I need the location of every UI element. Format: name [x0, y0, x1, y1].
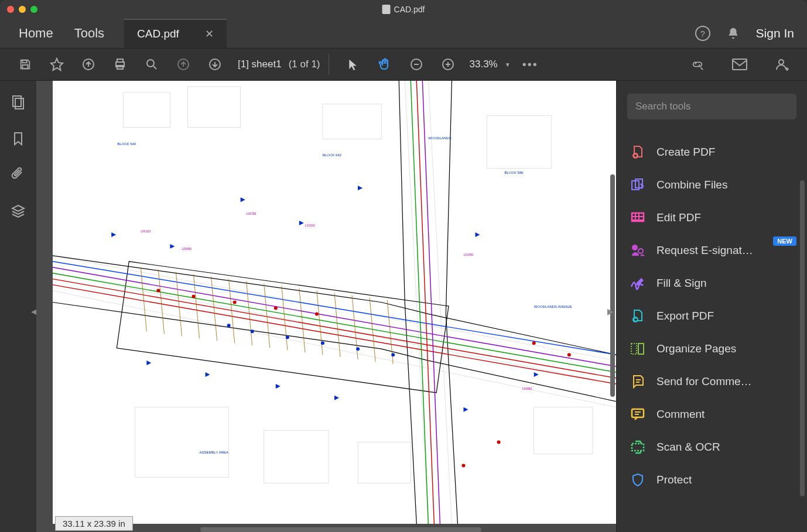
tools-panel: Create PDFCombine FilesEdit PDFRequest E… [616, 81, 807, 532]
layers-icon[interactable] [11, 204, 26, 219]
tool-item-organize[interactable]: Organize Pages [617, 332, 807, 365]
tools-list: Create PDFCombine FilesEdit PDFRequest E… [617, 128, 807, 532]
sendcomment-icon [630, 373, 646, 390]
tab-document[interactable]: CAD.pdf ✕ [124, 19, 227, 48]
tool-item-protect[interactable]: Protect [617, 464, 807, 496]
svg-rect-16 [187, 87, 240, 128]
tool-item-edit[interactable]: Edit PDF [617, 201, 807, 234]
zoom-out-icon[interactable] [404, 52, 429, 77]
zoom-in-icon[interactable] [436, 52, 460, 77]
select-tool-icon[interactable] [341, 52, 365, 77]
svg-text:L00456: L00456 [182, 247, 192, 250]
find-icon[interactable] [139, 52, 164, 77]
svg-rect-20 [264, 431, 329, 483]
svg-point-28 [356, 347, 360, 351]
zoom-dropdown-icon[interactable]: ▼ [505, 61, 511, 68]
svg-rect-0 [22, 60, 26, 63]
notifications-icon[interactable] [727, 26, 740, 40]
horizontal-scrollbar[interactable] [200, 527, 481, 532]
page-info: (1 of 1) [289, 59, 320, 70]
sign-in-button[interactable]: Sign In [756, 26, 794, 40]
account-icon[interactable] [770, 52, 794, 77]
tab-tools[interactable]: Tools [64, 20, 115, 47]
window-close-button[interactable] [7, 6, 14, 13]
star-icon[interactable] [45, 52, 69, 77]
tool-label: Scan & OCR [656, 441, 794, 454]
tool-label: Combine Files [656, 179, 794, 191]
search-tools-box[interactable] [627, 94, 796, 119]
svg-rect-17 [323, 104, 381, 139]
svg-rect-59 [638, 344, 644, 354]
tool-label: Edit PDF [656, 211, 794, 224]
tool-item-esign[interactable]: Request E-signat…NEW [617, 234, 807, 267]
collapse-right-icon[interactable]: ▶ [607, 307, 614, 316]
hand-tool-icon[interactable] [372, 52, 397, 77]
pdf-page: BLOCK 540BLOCK 542 BLOCK 586WOODLANDS AS… [53, 81, 616, 524]
svg-rect-13 [13, 96, 21, 107]
search-tools-input[interactable] [635, 101, 788, 112]
bookmarks-icon[interactable] [12, 131, 25, 146]
tool-label: Fill & Sign [656, 277, 794, 290]
svg-point-36 [567, 353, 571, 356]
tab-bar: Home Tools CAD.pdf ✕ ? Sign In [0, 19, 807, 48]
save-icon[interactable] [13, 52, 37, 77]
main-area: ◀ [0, 81, 807, 532]
tool-item-scan[interactable]: Scan & OCR [617, 431, 807, 464]
tool-item-fillsign[interactable]: Fill & Sign [617, 267, 807, 300]
svg-point-29 [391, 353, 395, 356]
share-link-icon[interactable] [685, 52, 710, 77]
sheet-label: [1] sheet1 [238, 59, 282, 70]
create-icon [630, 144, 646, 160]
svg-point-32 [233, 301, 237, 304]
tool-item-combine[interactable]: Combine Files [617, 169, 807, 201]
svg-rect-23 [117, 262, 449, 393]
esign-icon [630, 242, 646, 259]
window-minimize-button[interactable] [19, 6, 26, 13]
email-icon[interactable] [727, 52, 752, 77]
vertical-scrollbar[interactable] [610, 174, 615, 397]
print-icon[interactable] [108, 52, 132, 77]
thumbnails-icon[interactable] [11, 95, 25, 110]
svg-point-26 [286, 335, 289, 339]
svg-rect-58 [631, 344, 637, 354]
toolbar-divider [329, 54, 329, 75]
help-icon[interactable]: ? [695, 26, 710, 41]
panel-scrollbar[interactable] [800, 180, 805, 496]
edit-icon [630, 210, 646, 226]
svg-point-34 [315, 312, 319, 315]
scan-icon [630, 439, 646, 455]
tool-item-comment[interactable]: Comment [617, 398, 807, 431]
svg-text:BLOCK 542: BLOCK 542 [323, 154, 342, 157]
toolbar: [1] sheet1 (1 of 1) 33.3% ▼ ••• [0, 48, 807, 81]
attachments-icon[interactable] [11, 167, 25, 183]
tool-label: Send for Comme… [656, 375, 794, 388]
svg-rect-19 [135, 407, 228, 478]
tab-home[interactable]: Home [8, 20, 64, 47]
svg-rect-18 [487, 116, 552, 169]
svg-text:WOODLANDS AVENUE: WOODLANDS AVENUE [534, 305, 572, 308]
svg-text:ASSEMBLY AREA: ASSEMBLY AREA [200, 451, 228, 454]
upload-cloud-icon[interactable] [76, 52, 101, 77]
more-tools-icon[interactable]: ••• [522, 58, 538, 71]
svg-rect-15 [123, 92, 170, 128]
svg-rect-1 [22, 65, 28, 68]
tool-item-create[interactable]: Create PDF [617, 136, 807, 169]
svg-point-27 [321, 341, 324, 345]
tab-close-button[interactable]: ✕ [205, 28, 214, 40]
page-up-icon[interactable] [171, 52, 196, 77]
tool-label: Export PDF [656, 310, 794, 322]
window-zoom-button[interactable] [30, 6, 37, 13]
tool-label: Protect [656, 473, 794, 486]
organize-icon [630, 341, 646, 357]
svg-point-25 [251, 330, 254, 333]
zoom-percentage[interactable]: 33.3% [470, 59, 498, 70]
document-viewport[interactable]: BLOCK 540BLOCK 542 BLOCK 586WOODLANDS AS… [36, 81, 616, 532]
svg-point-6 [147, 60, 154, 67]
traffic-lights [7, 6, 37, 13]
svg-text:WOODLANDS: WOODLANDS [428, 136, 451, 140]
svg-point-56 [638, 249, 643, 253]
tool-label: Request E-signat… [656, 244, 794, 257]
tool-item-sendcomment[interactable]: Send for Comme… [617, 365, 807, 398]
page-down-icon[interactable] [203, 52, 227, 77]
tool-item-export[interactable]: Export PDF [617, 300, 807, 332]
